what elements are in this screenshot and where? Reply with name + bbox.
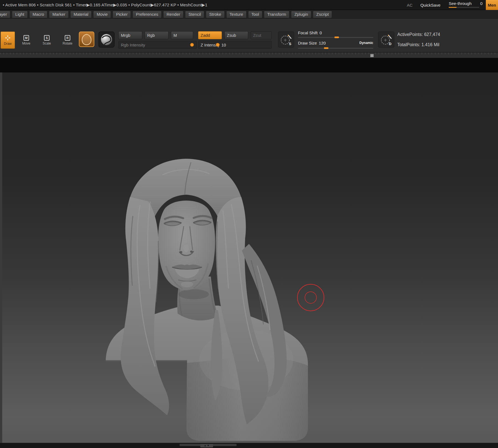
rgb-intensity-handle[interactable] — [190, 43, 194, 46]
rgb-intensity-slider[interactable]: Rgb Intensity — [118, 41, 197, 49]
stroke-curve-letter: S — [289, 42, 291, 46]
draw-size-track[interactable] — [298, 48, 373, 49]
draw-size-row[interactable]: Draw Size 120 — [298, 41, 326, 45]
scroll-down-icon[interactable]: ▼ — [207, 444, 209, 447]
menu-item-zplugin[interactable]: Zplugin — [291, 11, 311, 18]
brush-selector[interactable] — [79, 32, 94, 48]
draw-crosshair-icon — [5, 35, 11, 41]
menu-item-stroke[interactable]: Stroke — [206, 11, 224, 18]
scale-mode-button[interactable]: S Scale — [40, 32, 54, 49]
scale-icon: S — [44, 35, 50, 41]
move-mode-button[interactable]: M Move — [19, 32, 33, 49]
menu-item-picker[interactable]: Picker — [113, 11, 131, 18]
zbrush-window: • Active Mem 806 • Scratch Disk 561 • Ti… — [0, 0, 498, 448]
mrgb-button[interactable]: Mrgb — [118, 31, 142, 39]
z-intensity-slider[interactable]: Z Intensity 10 — [198, 41, 272, 49]
draw-size-label: Draw Size — [298, 41, 317, 45]
menu-item-ayer[interactable]: ayer — [0, 11, 10, 18]
status-bar: • Active Mem 806 • Scratch Disk 561 • Ti… — [0, 0, 498, 10]
stroke-curve-icon — [278, 32, 294, 47]
brush-settings-group: Focal Shift 0 Draw Size 120 Dynamic — [298, 30, 373, 52]
zcut-button[interactable]: Zcut — [251, 31, 272, 39]
draw-size-dynamic-icon — [378, 32, 394, 47]
status-bar-right: AC QuickSave See-through 0 Men — [407, 0, 498, 10]
menus-button[interactable]: Men — [486, 0, 498, 10]
menu-bar: ayerLightMacroMarkerMaterialMoviePickerP… — [0, 10, 498, 19]
tool-shelf-ruler — [0, 53, 498, 58]
menu-item-stencil[interactable]: Stencil — [185, 11, 204, 18]
rgb-intensity-label: Rgb Intensity — [121, 43, 145, 47]
move-icon: M — [24, 35, 29, 41]
dynamic-mode-label[interactable]: Dynamic — [359, 41, 373, 45]
scroll-up-icon[interactable]: ▲ — [204, 444, 206, 447]
memory-poly-stats: • Active Mem 806 • Scratch Disk 561 • Ti… — [3, 2, 208, 7]
rotate-mode-button[interactable]: R Rotate — [60, 32, 75, 49]
bottom-scrollbar[interactable]: ▲ ▼ — [0, 443, 498, 448]
menu-item-marker[interactable]: Marker — [49, 11, 69, 18]
dynamic-size-letter: D — [389, 42, 391, 46]
canvas-top-gap — [0, 58, 498, 72]
focal-shift-value: 0 — [320, 30, 322, 35]
brush-thumbnail-icon — [79, 32, 94, 47]
total-points-readout: TotalPoints: 1.416 Mil — [397, 42, 439, 47]
see-through-label: See-through — [449, 1, 472, 6]
focal-shift-handle[interactable] — [334, 37, 339, 38]
see-through-slider[interactable]: See-through 0 — [449, 0, 484, 10]
scale-mode-label: Scale — [43, 41, 51, 45]
rgb-button[interactable]: Rgb — [145, 31, 168, 39]
quicksave-button[interactable]: QuickSave — [420, 3, 440, 7]
menu-item-zscript[interactable]: Zscript — [313, 11, 332, 18]
menu-item-light[interactable]: Light — [12, 11, 28, 18]
draw-mode-button[interactable]: Draw — [1, 32, 15, 49]
draw-size-handle[interactable] — [324, 47, 328, 49]
menu-item-material[interactable]: Material — [70, 11, 92, 18]
m-button[interactable]: M — [171, 31, 193, 39]
see-through-value: 0 — [480, 1, 483, 6]
scroll-arrows[interactable]: ▲ ▼ — [200, 444, 213, 447]
menu-item-preferences[interactable]: Preferences — [133, 11, 162, 18]
z-intensity-value: 10 — [221, 43, 226, 47]
draw-size-value: 120 — [319, 41, 326, 45]
brush-cursor-inner — [305, 292, 317, 303]
stroke-selector[interactable] — [98, 32, 115, 49]
active-points-readout: ActivePoints: 627,474 — [397, 32, 440, 37]
zsub-button[interactable]: Zsub — [224, 31, 248, 39]
rotate-icon: R — [65, 35, 70, 41]
shelf-divider-handle[interactable] — [370, 54, 374, 57]
draw-size-dynamic-button[interactable]: D — [378, 32, 394, 48]
stroke-thumbnail-icon — [98, 32, 115, 48]
stroke-curve-button[interactable]: S — [278, 32, 294, 48]
brush-cursor — [297, 284, 324, 311]
top-toolbar: Draw M Move S Scale R Rotate — [0, 19, 498, 53]
rotate-mode-label: Rotate — [63, 41, 72, 45]
viewport-canvas[interactable] — [0, 72, 498, 443]
brush-cursor-outer — [297, 284, 324, 311]
zadd-button[interactable]: Zadd — [198, 31, 222, 39]
menu-item-macro[interactable]: Macro — [29, 11, 48, 18]
menu-item-render[interactable]: Render — [163, 11, 183, 18]
draw-mode-label: Draw — [4, 42, 12, 46]
see-through-fill — [449, 7, 456, 8]
menu-item-tool[interactable]: Tool — [248, 11, 263, 18]
menu-item-transform[interactable]: Transform — [264, 11, 289, 18]
ac-indicator[interactable]: AC — [407, 3, 413, 7]
focal-shift-row[interactable]: Focal Shift 0 — [298, 30, 322, 35]
move-mode-label: Move — [22, 41, 30, 45]
z-intensity-handle[interactable] — [216, 43, 219, 46]
sculpt-model — [0, 72, 498, 443]
menu-item-movie[interactable]: Movie — [93, 11, 111, 18]
focal-shift-label: Focal Shift — [298, 30, 318, 35]
menu-item-texture[interactable]: Texture — [226, 11, 247, 18]
